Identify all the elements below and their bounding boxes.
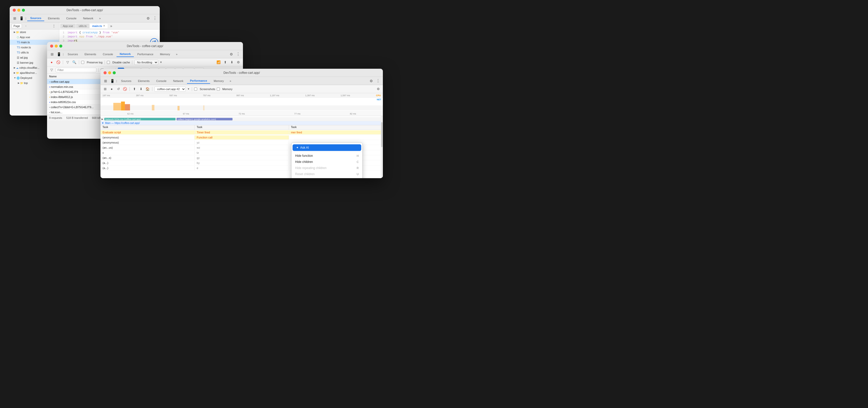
vertical-scrollbar[interactable] (381, 116, 383, 178)
wifi-icon[interactable]: 📶 (216, 60, 221, 65)
screenshots-checkbox[interactable] (194, 88, 197, 91)
record-button[interactable]: ● (49, 60, 54, 65)
disable-cache-checkbox[interactable] (107, 61, 110, 64)
perf-home-icon[interactable]: 🏠 (145, 87, 150, 92)
ask-ai-button[interactable]: ✦ Ask AI (292, 144, 361, 151)
maximize-button-3[interactable] (113, 71, 116, 74)
target-select[interactable]: coffee-cart.app #2 (154, 87, 186, 92)
minimize-button-3[interactable] (108, 71, 111, 74)
call-3-col2: wz (195, 146, 289, 150)
device-icon[interactable]: 📱 (18, 15, 24, 21)
minimize-button[interactable] (17, 9, 20, 12)
sidebar-more-icon[interactable]: ⋮ (51, 23, 57, 29)
tab-network[interactable]: Network (80, 16, 96, 21)
inspector-icon-3[interactable]: ⊞ (102, 78, 108, 84)
settings-icon-3[interactable]: ⚙ (368, 78, 374, 84)
ms-82: 82 ms (350, 113, 356, 115)
editor-tab-utilsts[interactable]: utils.ts (76, 24, 89, 28)
minimize-button-2[interactable] (55, 45, 58, 48)
upload-icon[interactable]: ⬆ (223, 60, 228, 65)
traffic-lights-3 (103, 71, 116, 74)
close-button-2[interactable] (50, 45, 53, 48)
tab-elements[interactable]: Elements (45, 16, 63, 21)
clear-button[interactable]: 🚫 (56, 60, 61, 65)
perf-record-icon[interactable]: ● (109, 87, 114, 92)
tab2-sources[interactable]: Sources (65, 52, 81, 57)
menu-hide-children[interactable]: Hide children C (291, 159, 362, 165)
close-button-3[interactable] (103, 71, 106, 74)
tab3-performance[interactable]: Performance (187, 78, 210, 84)
tree-label-top: top (24, 82, 28, 85)
perf-panel-icon[interactable]: ⊞ (102, 87, 107, 92)
network-settings-icon[interactable]: ⚙ (236, 60, 241, 65)
inspector-icon-2[interactable]: ⊞ (49, 51, 55, 57)
col-task-2: Task (195, 125, 289, 129)
network-trace-bar-2[interactable]: collect (region1.google-analytics.com) (177, 118, 232, 120)
tab2-elements[interactable]: Elements (82, 52, 99, 57)
col-task-1: Task (100, 125, 195, 129)
cpu-label: CPU (376, 94, 381, 97)
device-icon-2[interactable]: 📱 (56, 51, 62, 57)
tree-item-appvue[interactable]: ⬡ App.vue (10, 35, 59, 40)
perf-clear-icon[interactable]: 🚫 (122, 87, 127, 92)
search-icon[interactable]: 🔍 (72, 60, 77, 65)
filter-funnel-icon[interactable]: ▽ (49, 67, 54, 72)
menu-hide-function[interactable]: Hide function H (291, 153, 362, 159)
tab-console[interactable]: Console (63, 16, 80, 21)
editor-tab-appvue[interactable]: App.vue (60, 24, 75, 28)
perf-timeline: 197 ms 397 ms 597 ms 797 ms 997 ms 1,197… (100, 93, 383, 116)
call-row-0[interactable]: Evaluate script Timer fired mer fired (100, 130, 383, 135)
filter-input[interactable] (56, 68, 96, 72)
more-tabs-editor-icon[interactable]: » (108, 23, 114, 29)
more-options-icon-3[interactable]: ⋮ (375, 78, 381, 84)
editor-tab-maints[interactable]: main.ts ✕ (90, 24, 108, 28)
settings-icon-2[interactable]: ⚙ (228, 51, 234, 57)
more-options-icon-2[interactable]: ⋮ (235, 51, 241, 57)
tab3-sources[interactable]: Sources (118, 78, 134, 84)
perf-download-icon[interactable]: ⬇ (138, 87, 144, 92)
editor-tab-utilsts-label: utils.ts (79, 24, 87, 28)
close-button[interactable] (13, 9, 16, 12)
more-tabs-icon-3[interactable]: » (227, 78, 234, 84)
tab3-console[interactable]: Console (153, 78, 169, 84)
download-icon[interactable]: ⬇ (229, 60, 234, 65)
inspector-icon[interactable]: ⊞ (12, 15, 18, 21)
page-button[interactable]: Page (12, 24, 22, 28)
more-options-icon[interactable]: ⋮ (152, 15, 158, 21)
preserve-log-checkbox[interactable] (81, 61, 84, 64)
toolbar-sep-1 (63, 60, 63, 64)
network-trace-bar-1[interactable]: Network 522e.css (coffee-cart.app) (104, 118, 176, 120)
divider-3: | (116, 80, 118, 83)
device-icon-3[interactable]: 📱 (109, 78, 115, 84)
tab2-network[interactable]: Network (117, 51, 133, 57)
maximize-button[interactable] (22, 9, 25, 12)
row-2-name: ▪ js?id=G-LB75G4EJT9 (47, 90, 108, 93)
perf-gear-icon[interactable]: ⚙ (376, 87, 381, 92)
perf-reload-icon[interactable]: ↺ (116, 87, 121, 92)
filter-icon[interactable]: ▽ (65, 60, 70, 65)
tab-sources[interactable]: Sources (27, 16, 44, 21)
ms-72: 72 ms (239, 113, 245, 115)
tab3-elements[interactable]: Elements (135, 78, 153, 84)
tab3-network[interactable]: Network (170, 78, 186, 84)
tab2-performance[interactable]: Performance (134, 52, 156, 57)
tree-label-cdnjs: cdnjs.cloudflar... (19, 66, 39, 69)
close-tab-maints[interactable]: ✕ (103, 24, 105, 27)
call-0-col2: Timer fired (195, 130, 289, 135)
more-tabs-icon-2[interactable]: » (174, 51, 180, 57)
tab2-memory[interactable]: Memory (157, 52, 173, 57)
tab3-memory[interactable]: Memory (211, 78, 227, 84)
scrollbar-thumb[interactable] (381, 122, 382, 147)
memory-label: Memory (222, 88, 232, 91)
transferred-size: 518 B transferred (66, 116, 88, 119)
chevron-icon[interactable]: › (23, 23, 29, 29)
settings-icon[interactable]: ⚙ (145, 15, 151, 21)
maximize-button-2[interactable] (59, 45, 62, 48)
tab2-console[interactable]: Console (100, 52, 116, 57)
more-tabs-icon[interactable]: » (97, 15, 103, 21)
perf-upload-icon[interactable]: ⬆ (132, 87, 137, 92)
call-row-1[interactable]: (anonymous) Function call (100, 135, 383, 140)
throttle-select[interactable]: No throttling (134, 60, 158, 65)
tree-item-store[interactable]: ▶ 📁 store (10, 30, 59, 35)
memory-checkbox[interactable] (217, 88, 220, 91)
